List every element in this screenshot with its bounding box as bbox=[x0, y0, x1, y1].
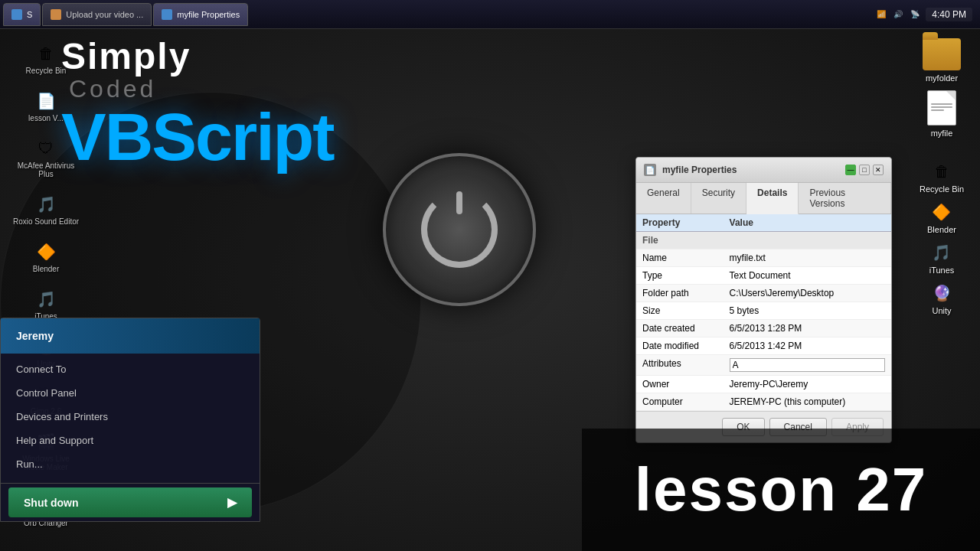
desktop-icon-recycle-bin[interactable]: 🗑 Recycle Bin bbox=[8, 38, 84, 80]
menu-item-control-panel[interactable]: Control Panel bbox=[1, 381, 260, 405]
start-menu: Jeremy Connect To Control Panel Devices … bbox=[0, 318, 260, 522]
roxio-label: Roxio Sound Editor bbox=[13, 217, 79, 226]
col-property: Property bbox=[636, 214, 724, 232]
prop-attributes-value[interactable] bbox=[724, 355, 891, 376]
table-row: Size 5 bytes bbox=[636, 302, 891, 320]
myfile-label: myfile bbox=[931, 129, 953, 138]
right-itunes-icon: 🎵 bbox=[931, 242, 952, 263]
tab-security[interactable]: Security bbox=[691, 183, 746, 214]
control-panel-label: Control Panel bbox=[16, 387, 77, 399]
taskbar: S Upload your video ... myfile Propertie… bbox=[0, 0, 980, 29]
lesson-file-icon: 📄 bbox=[35, 90, 57, 112]
logo-area: Simply Coded VBScript bbox=[61, 38, 444, 171]
desktop-icon-roxio[interactable]: 🎵 Roxio Sound Editor bbox=[8, 189, 84, 230]
window-title-text: myfile Properties bbox=[662, 165, 839, 175]
desktop-icon-myfolder[interactable]: myfolder bbox=[923, 38, 961, 83]
roxio-icon: 🎵 bbox=[35, 194, 57, 215]
prop-name-label: Name bbox=[636, 249, 724, 267]
table-row: Date modified 6/5/2013 1:42 PM bbox=[636, 337, 891, 355]
prop-type-label: Type bbox=[636, 267, 724, 285]
run-label: Run... bbox=[16, 458, 43, 470]
itunes-icon: 🎵 bbox=[35, 289, 57, 310]
desktop-icon-right-blender[interactable]: 🔶 Blender bbox=[927, 201, 956, 234]
section-file: File bbox=[636, 232, 891, 249]
table-row: Computer JEREMY-PC (this computer) bbox=[636, 393, 891, 411]
minimize-button[interactable]: — bbox=[845, 165, 856, 175]
table-row: Folder path C:\Users\Jeremy\Desktop bbox=[636, 285, 891, 302]
clock: 4:40 PM bbox=[926, 8, 972, 21]
window-titlebar: 📄 myfile Properties — □ ✕ bbox=[636, 158, 891, 183]
mcafee-label: McAfee Antivirus Plus bbox=[12, 161, 80, 178]
tab-label-upload: Upload your video ... bbox=[66, 10, 143, 19]
table-row: Type Text Document bbox=[636, 267, 891, 285]
recycle-bin-label: Recycle Bin bbox=[26, 67, 67, 75]
right-unity-icon: 🔮 bbox=[931, 282, 952, 304]
prop-size-value: 5 bytes bbox=[724, 302, 891, 320]
taskbar-tab-upload[interactable]: Upload your video ... bbox=[42, 3, 152, 26]
properties-window: 📄 myfile Properties — □ ✕ General Securi… bbox=[635, 157, 892, 443]
desktop-icon-right-itunes[interactable]: 🎵 iTunes bbox=[929, 242, 955, 275]
right-blender-label: Blender bbox=[927, 225, 956, 234]
myfile-icon bbox=[927, 90, 956, 126]
tab-icon-s bbox=[11, 9, 22, 20]
power-button-decor bbox=[383, 153, 536, 306]
desktop-icon-myfile[interactable]: myfile bbox=[927, 90, 956, 138]
window-title-icon: 📄 bbox=[644, 164, 656, 176]
tab-previous-versions[interactable]: Previous Versions bbox=[799, 183, 891, 214]
shutdown-arrow-icon: ▶ bbox=[227, 495, 237, 510]
myfolder-label: myfolder bbox=[926, 73, 958, 83]
attributes-input[interactable] bbox=[730, 358, 885, 372]
volume-icon: 🔊 bbox=[892, 8, 904, 21]
menu-item-connect[interactable]: Connect To bbox=[1, 357, 260, 381]
tab-details[interactable]: Details bbox=[746, 183, 799, 214]
menu-item-devices[interactable]: Devices and Printers bbox=[1, 405, 260, 429]
right-recycle-label: Recycle Bin bbox=[920, 184, 964, 194]
menu-item-run[interactable]: Run... bbox=[1, 452, 260, 476]
prop-computer-label: Computer bbox=[636, 393, 724, 411]
taskbar-tab-myfile[interactable]: myfile Properties bbox=[153, 3, 248, 26]
window-tabs: General Security Details Previous Versio… bbox=[636, 183, 891, 214]
tab-general[interactable]: General bbox=[636, 183, 691, 214]
recycle-bin-icon: 🗑 bbox=[35, 43, 57, 64]
properties-table: Property Value File Name myfile.txt Type… bbox=[636, 214, 891, 411]
start-menu-divider bbox=[1, 483, 260, 484]
tab-details-label: Details bbox=[757, 187, 787, 198]
menu-item-help[interactable]: Help and Support bbox=[1, 429, 260, 452]
prop-modified-label: Date modified bbox=[636, 337, 724, 355]
close-button[interactable]: ✕ bbox=[873, 165, 884, 175]
tab-label-myfile: myfile Properties bbox=[177, 10, 240, 19]
desktop-icon-right-recycle[interactable]: 🗑 Recycle Bin bbox=[920, 161, 964, 194]
tab-label-s: S bbox=[27, 10, 32, 19]
start-menu-items: Connect To Control Panel Devices and Pri… bbox=[1, 354, 260, 480]
tab-general-label: General bbox=[647, 187, 680, 198]
tab-security-label: Security bbox=[702, 187, 735, 198]
prop-owner-value: Jeremy-PC\Jeremy bbox=[724, 376, 891, 393]
prop-folder-label: Folder path bbox=[636, 285, 724, 302]
desktop-icon-mcafee[interactable]: 🛡 McAfee Antivirus Plus bbox=[8, 133, 84, 183]
shutdown-label: Shut down bbox=[24, 497, 79, 509]
maximize-button[interactable]: □ bbox=[859, 165, 870, 175]
desktop-icon-right-unity[interactable]: 🔮 Unity bbox=[931, 282, 952, 315]
desktop-icon-blender[interactable]: 🔶 Blender bbox=[8, 236, 84, 278]
start-menu-header: Jeremy bbox=[1, 318, 260, 354]
connect-to-label: Connect To bbox=[16, 364, 67, 375]
help-label: Help and Support bbox=[16, 435, 93, 446]
taskbar-tab-s[interactable]: S bbox=[3, 3, 41, 26]
prop-created-value: 6/5/2013 1:28 PM bbox=[724, 320, 891, 337]
table-row: Name myfile.txt bbox=[636, 249, 891, 267]
desktop-icons-right: myfolder myfile 🗑 Recycle Bin 🔶 Blender … bbox=[911, 38, 972, 315]
blender-label: Blender bbox=[33, 265, 59, 273]
signal-icon: 📡 bbox=[909, 8, 921, 21]
logo-coded: Coded bbox=[69, 75, 444, 103]
window-body: Property Value File Name myfile.txt Type… bbox=[636, 214, 891, 411]
devices-label: Devices and Printers bbox=[16, 411, 108, 422]
shutdown-button[interactable]: Shut down ▶ bbox=[8, 487, 252, 517]
tab-icon-upload bbox=[51, 9, 61, 20]
table-row: Date created 6/5/2013 1:28 PM bbox=[636, 320, 891, 337]
network-icon: 📶 bbox=[875, 8, 887, 21]
mcafee-icon: 🛡 bbox=[35, 138, 57, 159]
start-menu-username: Jeremy bbox=[16, 330, 54, 342]
prop-attributes-label: Attributes bbox=[636, 355, 724, 376]
prop-name-value: myfile.txt bbox=[724, 249, 891, 267]
desktop-icon-lesson[interactable]: 📄 lesson V... bbox=[8, 86, 84, 127]
